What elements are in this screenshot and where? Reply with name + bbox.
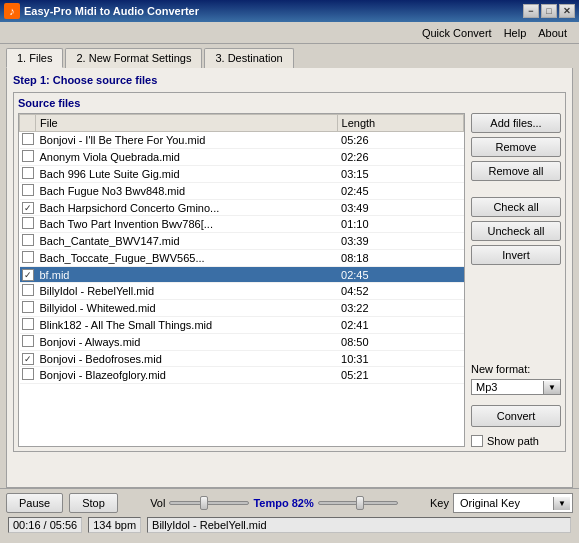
menu-bar: Quick Convert Help About bbox=[0, 22, 579, 44]
tab-destination[interactable]: 3. Destination bbox=[204, 48, 293, 68]
step-label: Step 1: Choose source files bbox=[13, 74, 566, 86]
volume-slider[interactable] bbox=[169, 501, 249, 505]
file-length: 02:41 bbox=[337, 317, 463, 334]
remove-button[interactable]: Remove bbox=[471, 137, 561, 157]
tab-bar: 1. Files 2. New Format Settings 3. Desti… bbox=[0, 44, 579, 68]
table-row[interactable]: Bach Fugue No3 Bwv848.mid02:45 bbox=[20, 183, 464, 200]
file-checkbox[interactable] bbox=[22, 335, 34, 347]
table-row[interactable]: Bach Two Part Invention Bwv786[...01:10 bbox=[20, 216, 464, 233]
table-row[interactable]: Bach Harpsichord Concerto Gmino...03:49 bbox=[20, 200, 464, 216]
status-bar: 00:16 / 05:56 134 bpm BillyIdol - RebelY… bbox=[6, 517, 573, 533]
file-checkbox[interactable] bbox=[22, 353, 34, 365]
convert-button[interactable]: Convert bbox=[471, 405, 561, 427]
key-dropdown-arrow[interactable]: ▼ bbox=[553, 497, 570, 510]
pause-button[interactable]: Pause bbox=[6, 493, 63, 513]
remove-all-button[interactable]: Remove all bbox=[471, 161, 561, 181]
playback-controls: Pause Stop Vol Tempo 82% Key Original Ke… bbox=[6, 493, 573, 513]
table-row[interactable]: Billyidol - Whitewed.mid03:22 bbox=[20, 300, 464, 317]
tempo-slider[interactable] bbox=[318, 501, 398, 505]
format-dropdown-arrow[interactable]: ▼ bbox=[543, 381, 560, 394]
file-checkbox[interactable] bbox=[22, 234, 34, 246]
file-name: Bonjovi - Blazeofglory.mid bbox=[36, 367, 338, 384]
check-all-button[interactable]: Check all bbox=[471, 197, 561, 217]
menu-about[interactable]: About bbox=[532, 25, 573, 41]
file-checkbox-cell bbox=[20, 132, 36, 149]
file-table[interactable]: File Length Bonjovi - I'll Be There For … bbox=[18, 113, 465, 447]
close-button[interactable]: ✕ bbox=[559, 4, 575, 18]
file-checkbox[interactable] bbox=[22, 184, 34, 196]
file-checkbox[interactable] bbox=[22, 202, 34, 214]
minimize-button[interactable]: − bbox=[523, 4, 539, 18]
file-length: 03:15 bbox=[337, 166, 463, 183]
show-path-checkbox[interactable] bbox=[471, 435, 483, 447]
table-row[interactable]: bf.mid02:45 bbox=[20, 267, 464, 283]
tempo-thumb[interactable] bbox=[356, 496, 364, 510]
file-length: 03:39 bbox=[337, 233, 463, 250]
tab-files[interactable]: 1. Files bbox=[6, 48, 63, 68]
file-checkbox-cell bbox=[20, 216, 36, 233]
table-row[interactable]: Blink182 - All The Small Things.mid02:41 bbox=[20, 317, 464, 334]
key-select[interactable]: Original Key ▼ bbox=[453, 493, 573, 513]
menu-help[interactable]: Help bbox=[498, 25, 533, 41]
table-row[interactable]: BillyIdol - RebelYell.mid04:52 bbox=[20, 283, 464, 300]
tab-format[interactable]: 2. New Format Settings bbox=[65, 48, 202, 68]
title-bar: ♪ Easy-Pro Midi to Audio Converter − □ ✕ bbox=[0, 0, 579, 22]
format-selected: Mp3 bbox=[472, 380, 543, 394]
file-checkbox-cell bbox=[20, 367, 36, 384]
key-label: Key bbox=[430, 497, 449, 509]
status-time: 00:16 / 05:56 bbox=[8, 517, 82, 533]
file-checkbox-cell bbox=[20, 250, 36, 267]
file-name: Bonjovi - Always.mid bbox=[36, 334, 338, 351]
file-checkbox[interactable] bbox=[22, 368, 34, 380]
add-files-button[interactable]: Add files... bbox=[471, 113, 561, 133]
file-checkbox[interactable] bbox=[22, 284, 34, 296]
bottom-bar: Pause Stop Vol Tempo 82% Key Original Ke… bbox=[0, 488, 579, 543]
file-checkbox[interactable] bbox=[22, 167, 34, 179]
file-checkbox-cell bbox=[20, 166, 36, 183]
file-checkbox[interactable] bbox=[22, 217, 34, 229]
status-file: BillyIdol - RebelYell.mid bbox=[147, 517, 571, 533]
file-length: 05:26 bbox=[337, 132, 463, 149]
file-name: Billyidol - Whitewed.mid bbox=[36, 300, 338, 317]
file-checkbox[interactable] bbox=[22, 251, 34, 263]
file-length: 01:10 bbox=[337, 216, 463, 233]
file-name: Bonjovi - I'll Be There For You.mid bbox=[36, 132, 338, 149]
file-name: Bach 996 Lute Suite Gig.mid bbox=[36, 166, 338, 183]
table-row[interactable]: Bonjovi - I'll Be There For You.mid05:26 bbox=[20, 132, 464, 149]
file-name: Bonjovi - Bedofroses.mid bbox=[36, 351, 338, 367]
status-bpm: 134 bpm bbox=[88, 517, 141, 533]
table-row[interactable]: Bonjovi - Always.mid08:50 bbox=[20, 334, 464, 351]
new-format-label: New format: bbox=[471, 363, 561, 375]
maximize-button[interactable]: □ bbox=[541, 4, 557, 18]
app-icon: ♪ bbox=[4, 3, 20, 19]
table-row[interactable]: Anonym Viola Quebrada.mid02:26 bbox=[20, 149, 464, 166]
main-panel: Step 1: Choose source files Source files… bbox=[6, 68, 573, 488]
file-length: 08:50 bbox=[337, 334, 463, 351]
file-checkbox-cell bbox=[20, 334, 36, 351]
file-length: 02:45 bbox=[337, 183, 463, 200]
file-checkbox[interactable] bbox=[22, 318, 34, 330]
file-checkbox[interactable] bbox=[22, 269, 34, 281]
file-length: 02:45 bbox=[337, 267, 463, 283]
format-select[interactable]: Mp3 ▼ bbox=[471, 379, 561, 395]
invert-button[interactable]: Invert bbox=[471, 245, 561, 265]
table-row[interactable]: Bach_Toccate_Fugue_BWV565...08:18 bbox=[20, 250, 464, 267]
file-checkbox[interactable] bbox=[22, 133, 34, 145]
table-row[interactable]: Bonjovi - Bedofroses.mid10:31 bbox=[20, 351, 464, 367]
file-checkbox[interactable] bbox=[22, 150, 34, 162]
menu-quick-convert[interactable]: Quick Convert bbox=[416, 25, 498, 41]
content-area: File Length Bonjovi - I'll Be There For … bbox=[18, 113, 561, 447]
file-name: Bach_Toccate_Fugue_BWV565... bbox=[36, 250, 338, 267]
key-area: Key Original Key ▼ bbox=[430, 493, 573, 513]
volume-thumb[interactable] bbox=[200, 496, 208, 510]
table-row[interactable]: Bach_Cantate_BWV147.mid03:39 bbox=[20, 233, 464, 250]
show-path-row: Show path bbox=[471, 435, 561, 447]
file-checkbox-cell bbox=[20, 200, 36, 216]
file-checkbox-cell bbox=[20, 283, 36, 300]
uncheck-all-button[interactable]: Uncheck all bbox=[471, 221, 561, 241]
buttons-panel: Add files... Remove Remove all Check all… bbox=[471, 113, 561, 447]
table-row[interactable]: Bonjovi - Blazeofglory.mid05:21 bbox=[20, 367, 464, 384]
file-checkbox[interactable] bbox=[22, 301, 34, 313]
table-row[interactable]: Bach 996 Lute Suite Gig.mid03:15 bbox=[20, 166, 464, 183]
stop-button[interactable]: Stop bbox=[69, 493, 118, 513]
